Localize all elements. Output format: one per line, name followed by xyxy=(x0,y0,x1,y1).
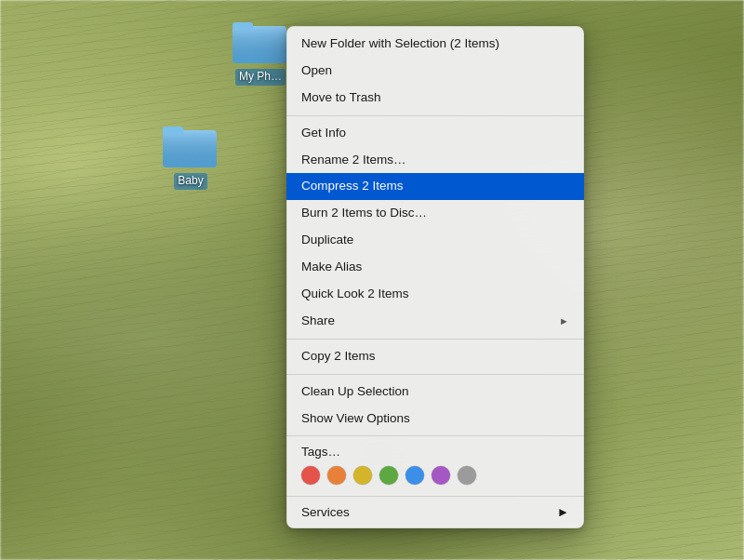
tag-dot-gray[interactable] xyxy=(458,466,476,485)
desktop-icon-baby[interactable]: Baby xyxy=(153,121,228,190)
menu-item-new-folder-selection[interactable]: New Folder with Selection (2 Items) xyxy=(286,30,584,58)
menu-item-quick-look[interactable]: Quick Look 2 Items xyxy=(286,281,584,308)
tag-dot-purple[interactable] xyxy=(432,466,450,485)
tags-section: Tags… xyxy=(286,440,584,492)
menu-item-clean-up[interactable]: Clean Up Selection xyxy=(286,379,584,406)
svg-rect-7 xyxy=(163,127,183,134)
tags-dots-container xyxy=(301,466,569,485)
menu-divider-1 xyxy=(286,115,584,116)
menu-item-copy[interactable]: Copy 2 Items xyxy=(286,343,584,370)
svg-rect-1 xyxy=(232,26,286,63)
menu-item-make-alias[interactable]: Make Alias xyxy=(286,254,584,281)
menu-item-services[interactable]: Services ► xyxy=(286,500,584,525)
context-menu: New Folder with Selection (2 Items) Open… xyxy=(286,26,584,528)
menu-item-burn[interactable]: Burn 2 Items to Disc… xyxy=(286,200,584,227)
icon-label-baby: Baby xyxy=(174,173,206,190)
folder-icon xyxy=(232,17,288,65)
menu-item-duplicate[interactable]: Duplicate xyxy=(286,227,584,254)
tag-dot-blue[interactable] xyxy=(405,466,424,485)
tag-dot-red[interactable] xyxy=(301,466,320,485)
tag-dot-green[interactable] xyxy=(379,466,398,485)
svg-rect-5 xyxy=(163,130,217,167)
menu-divider-5 xyxy=(286,496,584,497)
services-arrow-icon: ► xyxy=(557,505,569,519)
menu-item-get-info[interactable]: Get Info xyxy=(286,120,584,147)
menu-item-open[interactable]: Open xyxy=(286,58,584,85)
icon-label-my-photos: My Ph… xyxy=(235,69,286,86)
menu-item-rename[interactable]: Rename 2 Items… xyxy=(286,147,584,174)
folder-icon xyxy=(163,121,219,169)
menu-item-show-view-options[interactable]: Show View Options xyxy=(286,406,584,433)
menu-item-move-to-trash[interactable]: Move to Trash xyxy=(286,85,584,112)
tags-label[interactable]: Tags… xyxy=(301,445,569,459)
svg-rect-3 xyxy=(232,22,253,30)
tag-dot-yellow[interactable] xyxy=(353,466,372,485)
menu-divider-4 xyxy=(286,435,584,436)
menu-divider-3 xyxy=(286,374,584,375)
menu-divider-2 xyxy=(286,339,584,340)
tag-dot-orange[interactable] xyxy=(327,466,346,485)
menu-item-compress[interactable]: Compress 2 Items xyxy=(286,173,584,200)
share-arrow-icon: ► xyxy=(559,314,569,328)
menu-item-share[interactable]: Share ► xyxy=(286,308,584,335)
